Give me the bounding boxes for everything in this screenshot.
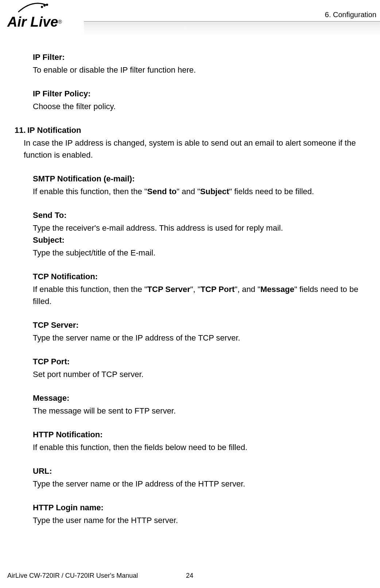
- tcp-port-section: TCP Port: Set port number of TCP server.: [33, 356, 376, 380]
- tcp-pre: If enable this function, then the ": [33, 285, 147, 294]
- http-notification-text: If enable this function, then the fields…: [33, 441, 376, 453]
- svg-point-2: [46, 4, 48, 6]
- chapter-label: 6. Configuration: [325, 9, 376, 20]
- page-footer: AirLive CW-720IR / CU-720IR User's Manua…: [7, 571, 372, 581]
- smtp-mid: " and ": [177, 187, 200, 196]
- ip-filter-section: IP Filter: To enable or disable the IP f…: [33, 51, 376, 76]
- tcp-port-text: Set port number of TCP server.: [33, 368, 376, 380]
- subject-heading: Subject:: [33, 234, 376, 246]
- footer-title: AirLive CW-720IR / CU-720IR User's Manua…: [7, 571, 138, 581]
- page-header: Air Live® 6. Configuration: [0, 0, 380, 40]
- ip-notification-section: 11. IP Notification In case the IP addre…: [15, 124, 376, 161]
- ip-filter-policy-text: Choose the filter policy.: [33, 100, 376, 112]
- message-text: The message will be sent to FTP server.: [33, 405, 376, 417]
- message-heading: Message:: [33, 392, 376, 404]
- logo-swoosh-icon: [15, 2, 51, 15]
- tcp-port-heading: TCP Port:: [33, 356, 376, 368]
- tcp-notification-text: If enable this function, then the "TCP S…: [33, 283, 376, 307]
- message-section: Message: The message will be sent to FTP…: [33, 392, 376, 417]
- send-to-subject-section: Send To: Type the receiver's e-mail addr…: [33, 209, 376, 259]
- ip-notification-intro: In case the IP address is changed, syste…: [24, 137, 376, 161]
- smtp-bold2: Subject: [200, 187, 229, 196]
- smtp-text: If enable this function, then the "Send …: [33, 185, 376, 197]
- ip-filter-heading: IP Filter:: [33, 51, 376, 63]
- section-number: 11.: [15, 124, 27, 136]
- smtp-heading: SMTP Notification (e-mail):: [33, 173, 376, 185]
- tcp-bold1: TCP Server: [147, 285, 190, 294]
- send-to-text: Type the receiver's e-mail address. This…: [33, 222, 376, 234]
- tcp-notification-heading: TCP Notification:: [33, 270, 376, 283]
- http-login-text: Type the user name for the HTTP server.: [33, 514, 376, 526]
- tcp-bold2: TCP Port: [201, 285, 235, 294]
- url-section: URL: Type the server name or the IP addr…: [33, 465, 376, 490]
- smtp-section: SMTP Notification (e-mail): If enable th…: [33, 173, 376, 197]
- tcp-server-text: Type the server name or the IP address o…: [33, 332, 376, 344]
- http-login-heading: HTTP Login name:: [33, 501, 376, 514]
- tcp-server-section: TCP Server: Type the server name or the …: [33, 319, 376, 344]
- send-to-heading: Send To:: [33, 209, 376, 221]
- header-divider: [84, 21, 380, 36]
- http-notification-heading: HTTP Notification:: [33, 428, 376, 441]
- http-notification-section: HTTP Notification: If enable this functi…: [33, 428, 376, 453]
- tcp-notification-section: TCP Notification: If enable this functio…: [33, 270, 376, 307]
- ip-notification-title: IP Notification: [27, 124, 81, 136]
- subject-text: Type the subject/title of the E-mail.: [33, 247, 376, 259]
- tcp-bold3: Message: [260, 285, 294, 294]
- logo-text: Air Live: [7, 14, 58, 30]
- http-login-section: HTTP Login name: Type the user name for …: [33, 501, 376, 526]
- ip-filter-policy-section: IP Filter Policy: Choose the filter poli…: [33, 88, 376, 112]
- tcp-mid2: ", and ": [234, 285, 260, 294]
- smtp-post: " fields need to be filled.: [229, 187, 314, 196]
- airlive-logo: Air Live®: [7, 4, 84, 29]
- logo-registered-icon: ®: [58, 19, 62, 25]
- page-number: 24: [186, 571, 193, 581]
- ip-filter-policy-heading: IP Filter Policy:: [33, 88, 376, 100]
- svg-point-1: [43, 4, 46, 7]
- smtp-pre: If enable this function, then the ": [33, 187, 147, 196]
- tcp-mid1: ", ": [190, 285, 201, 294]
- svg-point-0: [41, 6, 43, 8]
- tcp-server-heading: TCP Server:: [33, 319, 376, 331]
- ip-filter-text: To enable or disable the IP filter funct…: [33, 64, 376, 76]
- url-heading: URL:: [33, 465, 376, 477]
- page-content: IP Filter: To enable or disable the IP f…: [0, 40, 380, 526]
- url-text: Type the server name or the IP address o…: [33, 478, 376, 490]
- ip-notification-heading: 11. IP Notification: [15, 124, 376, 136]
- smtp-bold1: Send to: [147, 187, 177, 196]
